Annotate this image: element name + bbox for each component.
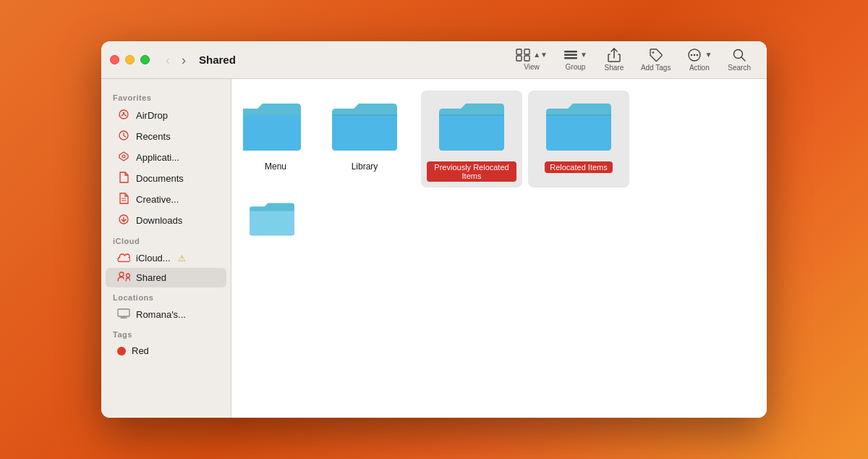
sidebar-item-documents[interactable]: Documents [106, 168, 226, 189]
previously-relocated-badge: Previously Relocated Items [427, 161, 516, 182]
finder-window: ‹ › Shared ▲▼ View [101, 41, 767, 418]
documents-label: Documents [136, 173, 184, 184]
svg-rect-22 [118, 309, 129, 316]
locations-label: Locations [101, 287, 231, 305]
sidebar-item-red-tag[interactable]: Red [106, 342, 226, 360]
svg-point-7 [652, 51, 654, 54]
group-button[interactable]: ▼ Group [556, 46, 595, 74]
view-button[interactable]: ▲▼ View [509, 46, 555, 74]
folder-icon-library [328, 98, 401, 156]
svg-point-16 [122, 155, 125, 158]
back-button[interactable]: ‹ [161, 52, 174, 68]
sidebar-item-downloads[interactable]: Downloads [106, 210, 226, 231]
main-content: Favorites AirDrop [101, 79, 767, 418]
svg-rect-6 [564, 57, 577, 59]
svg-rect-2 [516, 56, 522, 61]
folder-relocated[interactable]: Relocated Items [528, 90, 629, 188]
file-area: Menu Library Previously Rel [231, 79, 767, 418]
folder-relocated-label: Relocated Items [545, 161, 612, 173]
second-row [243, 193, 755, 257]
svg-rect-3 [524, 56, 529, 61]
view-icon: ▲▼ [516, 49, 548, 62]
creative-label: Creative... [136, 194, 179, 205]
relocated-badge: Relocated Items [545, 161, 612, 173]
add-tags-button[interactable]: Add Tags [634, 45, 678, 75]
svg-rect-0 [516, 49, 522, 54]
shared-label: Shared [136, 272, 166, 283]
icloud-icon [117, 252, 130, 264]
nav-buttons: ‹ › [161, 52, 190, 68]
romanas-label: Romana's... [136, 309, 186, 320]
sidebar-item-romanas[interactable]: Romana's... [106, 305, 226, 324]
forward-button[interactable]: › [177, 52, 190, 68]
sidebar: Favorites AirDrop [101, 79, 231, 418]
downloads-icon [117, 214, 130, 227]
sidebar-item-icloud[interactable]: iCloud... ⚠ [106, 248, 226, 268]
computer-icon [117, 308, 130, 321]
svg-point-13 [119, 110, 128, 119]
recents-label: Recents [136, 131, 171, 142]
group-label: Group [566, 63, 586, 71]
maximize-button[interactable] [140, 55, 150, 64]
documents-icon [117, 172, 130, 185]
svg-point-9 [691, 54, 693, 56]
folder-menu-label: Menu [265, 161, 286, 172]
window-title: Shared [199, 54, 236, 66]
tag-icon [649, 48, 663, 62]
red-tag-dot [117, 347, 126, 355]
folder-icon-menu [243, 98, 305, 156]
svg-point-21 [127, 274, 130, 277]
tags-label: Tags [101, 324, 231, 342]
minimize-button[interactable] [125, 55, 135, 64]
svg-rect-5 [564, 54, 577, 56]
downloads-label: Downloads [136, 215, 182, 226]
folder-library[interactable]: Library [314, 90, 415, 188]
add-tags-label: Add Tags [641, 64, 671, 72]
applications-label: Applicati... [136, 152, 179, 163]
applications-icon [117, 151, 130, 164]
svg-point-20 [119, 272, 124, 277]
action-icon: ▼ [686, 48, 712, 62]
sidebar-item-applications[interactable]: Applicati... [106, 147, 226, 168]
search-label: Search [728, 64, 751, 72]
folder-previously-relocated[interactable]: Previously Relocated Items [421, 90, 522, 188]
action-label: Action [689, 64, 710, 72]
icloud-label: iCloud [101, 231, 231, 248]
folder-icon-relocated [542, 98, 615, 156]
shared-icon [117, 271, 130, 284]
folder-previously-relocated-label: Previously Relocated Items [427, 161, 516, 182]
folder-partial-bottom[interactable] [243, 199, 308, 257]
svg-point-14 [123, 112, 124, 114]
sidebar-item-recents[interactable]: Recents [106, 126, 226, 147]
share-icon [608, 48, 621, 62]
search-icon [732, 48, 746, 62]
titlebar: ‹ › Shared ▲▼ View [101, 41, 767, 79]
view-label: View [524, 63, 540, 71]
icloud-warning-icon: ⚠ [178, 253, 186, 264]
svg-rect-4 [564, 51, 577, 53]
airdrop-icon [117, 109, 130, 122]
svg-point-10 [694, 54, 696, 56]
sidebar-item-creative[interactable]: Creative... [106, 189, 226, 210]
toolbar: ▲▼ View ▼ Group [509, 45, 758, 75]
svg-rect-1 [524, 49, 529, 54]
folder-library-label: Library [352, 161, 378, 172]
share-button[interactable]: Share [596, 45, 632, 75]
search-button[interactable]: Search [720, 45, 758, 75]
recents-icon [117, 130, 130, 143]
share-label: Share [605, 64, 624, 72]
sidebar-item-airdrop[interactable]: AirDrop [106, 105, 226, 126]
red-tag-label: Red [132, 345, 149, 356]
sidebar-item-shared[interactable]: Shared [106, 268, 226, 287]
favorites-label: Favorites [101, 88, 231, 105]
folder-menu[interactable]: Menu [243, 90, 308, 188]
group-icon: ▼ [563, 49, 587, 62]
action-button[interactable]: ▼ Action [679, 45, 719, 75]
folder-icon-previously-relocated [435, 98, 508, 156]
folder-icon-partial-bottom [243, 199, 308, 239]
traffic-lights [110, 55, 150, 64]
creative-icon [117, 193, 130, 206]
close-button[interactable] [110, 55, 119, 64]
icloud-label-text: iCloud... [136, 253, 171, 264]
airdrop-label: AirDrop [136, 110, 168, 121]
